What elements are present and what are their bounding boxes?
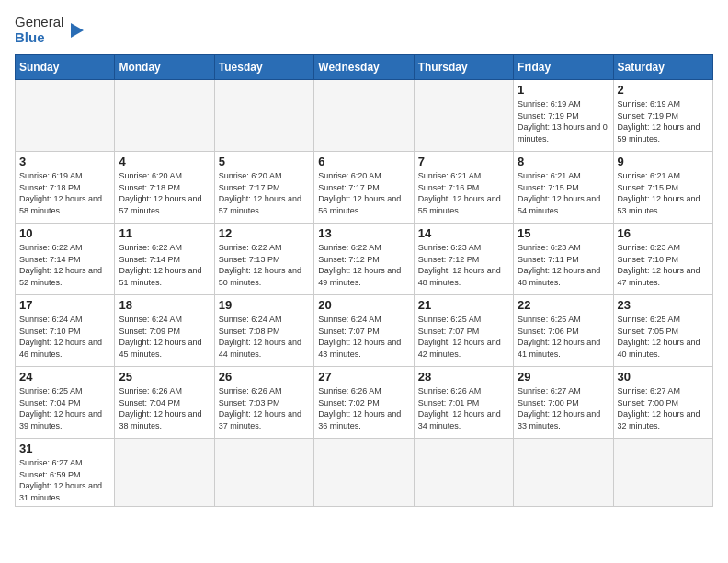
day-number: 10: [19, 226, 110, 240]
calendar-week-row: 1Sunrise: 6:19 AM Sunset: 7:19 PM Daylig…: [16, 80, 713, 152]
calendar-day-cell: 14Sunrise: 6:23 AM Sunset: 7:12 PM Dayli…: [414, 224, 513, 295]
calendar-week-row: 10Sunrise: 6:22 AM Sunset: 7:14 PM Dayli…: [16, 224, 713, 295]
day-number: 20: [318, 298, 409, 312]
calendar-day-cell: 23Sunrise: 6:25 AM Sunset: 7:05 PM Dayli…: [613, 295, 712, 367]
weekday-header-saturday: Saturday: [613, 55, 712, 80]
calendar-day-cell: 6Sunrise: 6:20 AM Sunset: 7:17 PM Daylig…: [314, 152, 414, 224]
day-info: Sunrise: 6:20 AM Sunset: 7:18 PM Dayligh…: [119, 170, 210, 216]
day-number: 16: [618, 226, 709, 240]
calendar-day-cell: [314, 80, 414, 152]
day-number: 21: [418, 298, 509, 312]
calendar-day-cell: [414, 80, 513, 152]
day-info: Sunrise: 6:19 AM Sunset: 7:18 PM Dayligh…: [19, 170, 110, 216]
calendar-day-cell: 2Sunrise: 6:19 AM Sunset: 7:19 PM Daylig…: [613, 80, 712, 152]
day-info: Sunrise: 6:27 AM Sunset: 6:59 PM Dayligh…: [19, 457, 110, 503]
day-info: Sunrise: 6:20 AM Sunset: 7:17 PM Dayligh…: [318, 170, 409, 216]
day-number: 4: [119, 155, 210, 168]
day-number: 12: [219, 226, 310, 240]
day-number: 27: [318, 370, 409, 384]
calendar-week-row: 3Sunrise: 6:19 AM Sunset: 7:18 PM Daylig…: [16, 152, 713, 224]
page-header: GeneralBlue: [15, 15, 713, 45]
calendar-day-cell: [214, 80, 313, 152]
day-number: 11: [119, 226, 210, 240]
calendar-day-cell: 25Sunrise: 6:26 AM Sunset: 7:04 PM Dayli…: [115, 367, 214, 439]
calendar-day-cell: 9Sunrise: 6:21 AM Sunset: 7:15 PM Daylig…: [613, 152, 712, 224]
day-number: 18: [119, 298, 210, 312]
calendar-day-cell: [613, 439, 712, 507]
logo: GeneralBlue: [15, 15, 84, 45]
calendar-day-cell: [16, 80, 115, 152]
day-info: Sunrise: 6:27 AM Sunset: 7:00 PM Dayligh…: [518, 385, 609, 431]
day-info: Sunrise: 6:22 AM Sunset: 7:13 PM Dayligh…: [219, 242, 310, 288]
day-number: 2: [618, 83, 709, 97]
day-info: Sunrise: 6:23 AM Sunset: 7:10 PM Dayligh…: [618, 242, 709, 288]
calendar-day-cell: 4Sunrise: 6:20 AM Sunset: 7:18 PM Daylig…: [115, 152, 214, 224]
calendar-day-cell: [214, 439, 313, 507]
day-info: Sunrise: 6:24 AM Sunset: 7:10 PM Dayligh…: [19, 314, 110, 360]
day-info: Sunrise: 6:25 AM Sunset: 7:07 PM Dayligh…: [418, 314, 509, 360]
calendar-day-cell: 31Sunrise: 6:27 AM Sunset: 6:59 PM Dayli…: [16, 439, 115, 507]
day-number: 9: [618, 155, 709, 168]
day-info: Sunrise: 6:22 AM Sunset: 7:14 PM Dayligh…: [19, 242, 110, 288]
day-number: 7: [418, 155, 509, 168]
calendar-day-cell: 3Sunrise: 6:19 AM Sunset: 7:18 PM Daylig…: [16, 152, 115, 224]
day-info: Sunrise: 6:24 AM Sunset: 7:08 PM Dayligh…: [219, 314, 310, 360]
day-number: 5: [219, 155, 310, 168]
calendar-day-cell: 16Sunrise: 6:23 AM Sunset: 7:10 PM Dayli…: [613, 224, 712, 295]
calendar-day-cell: 7Sunrise: 6:21 AM Sunset: 7:16 PM Daylig…: [414, 152, 513, 224]
day-number: 3: [19, 155, 110, 168]
day-info: Sunrise: 6:21 AM Sunset: 7:16 PM Dayligh…: [418, 170, 509, 216]
weekday-header-thursday: Thursday: [414, 55, 513, 80]
day-number: 22: [518, 298, 609, 312]
day-info: Sunrise: 6:26 AM Sunset: 7:02 PM Dayligh…: [318, 385, 409, 431]
logo-general-text: General: [15, 15, 63, 30]
logo-arrow-icon: [71, 23, 84, 38]
day-number: 26: [219, 370, 310, 384]
day-number: 1: [518, 83, 609, 97]
calendar-day-cell: 30Sunrise: 6:27 AM Sunset: 7:00 PM Dayli…: [613, 367, 712, 439]
day-info: Sunrise: 6:23 AM Sunset: 7:12 PM Dayligh…: [418, 242, 509, 288]
day-info: Sunrise: 6:24 AM Sunset: 7:09 PM Dayligh…: [119, 314, 210, 360]
day-info: Sunrise: 6:20 AM Sunset: 7:17 PM Dayligh…: [219, 170, 310, 216]
calendar-day-cell: 12Sunrise: 6:22 AM Sunset: 7:13 PM Dayli…: [214, 224, 313, 295]
calendar-day-cell: 29Sunrise: 6:27 AM Sunset: 7:00 PM Dayli…: [514, 367, 613, 439]
calendar-day-cell: 17Sunrise: 6:24 AM Sunset: 7:10 PM Dayli…: [16, 295, 115, 367]
day-info: Sunrise: 6:19 AM Sunset: 7:19 PM Dayligh…: [618, 98, 709, 144]
day-info: Sunrise: 6:25 AM Sunset: 7:04 PM Dayligh…: [19, 385, 110, 431]
day-info: Sunrise: 6:27 AM Sunset: 7:00 PM Dayligh…: [618, 385, 709, 431]
day-number: 19: [219, 298, 310, 312]
day-info: Sunrise: 6:26 AM Sunset: 7:03 PM Dayligh…: [219, 385, 310, 431]
day-number: 28: [418, 370, 509, 384]
day-number: 25: [119, 370, 210, 384]
calendar-table: SundayMondayTuesdayWednesdayThursdayFrid…: [15, 54, 713, 507]
calendar-day-cell: 8Sunrise: 6:21 AM Sunset: 7:15 PM Daylig…: [514, 152, 613, 224]
day-number: 31: [19, 442, 110, 455]
weekday-header-wednesday: Wednesday: [314, 55, 414, 80]
day-info: Sunrise: 6:21 AM Sunset: 7:15 PM Dayligh…: [618, 170, 709, 216]
day-number: 13: [318, 226, 409, 240]
calendar-day-cell: [414, 439, 513, 507]
calendar-day-cell: 15Sunrise: 6:23 AM Sunset: 7:11 PM Dayli…: [514, 224, 613, 295]
day-info: Sunrise: 6:25 AM Sunset: 7:05 PM Dayligh…: [618, 314, 709, 360]
day-info: Sunrise: 6:26 AM Sunset: 7:01 PM Dayligh…: [418, 385, 509, 431]
calendar-day-cell: 27Sunrise: 6:26 AM Sunset: 7:02 PM Dayli…: [314, 367, 414, 439]
day-info: Sunrise: 6:22 AM Sunset: 7:12 PM Dayligh…: [318, 242, 409, 288]
calendar-day-cell: 5Sunrise: 6:20 AM Sunset: 7:17 PM Daylig…: [214, 152, 313, 224]
day-number: 23: [618, 298, 709, 312]
day-info: Sunrise: 6:23 AM Sunset: 7:11 PM Dayligh…: [518, 242, 609, 288]
day-number: 14: [418, 226, 509, 240]
day-number: 24: [19, 370, 110, 384]
day-number: 8: [518, 155, 609, 168]
calendar-day-cell: 21Sunrise: 6:25 AM Sunset: 7:07 PM Dayli…: [414, 295, 513, 367]
weekday-header-row: SundayMondayTuesdayWednesdayThursdayFrid…: [16, 55, 713, 80]
day-info: Sunrise: 6:24 AM Sunset: 7:07 PM Dayligh…: [318, 314, 409, 360]
calendar-day-cell: 26Sunrise: 6:26 AM Sunset: 7:03 PM Dayli…: [214, 367, 313, 439]
weekday-header-monday: Monday: [115, 55, 214, 80]
calendar-day-cell: [514, 439, 613, 507]
calendar-day-cell: 22Sunrise: 6:25 AM Sunset: 7:06 PM Dayli…: [514, 295, 613, 367]
day-number: 17: [19, 298, 110, 312]
calendar-day-cell: [115, 80, 214, 152]
calendar-day-cell: 19Sunrise: 6:24 AM Sunset: 7:08 PM Dayli…: [214, 295, 313, 367]
calendar-week-row: 24Sunrise: 6:25 AM Sunset: 7:04 PM Dayli…: [16, 367, 713, 439]
calendar-day-cell: 20Sunrise: 6:24 AM Sunset: 7:07 PM Dayli…: [314, 295, 414, 367]
